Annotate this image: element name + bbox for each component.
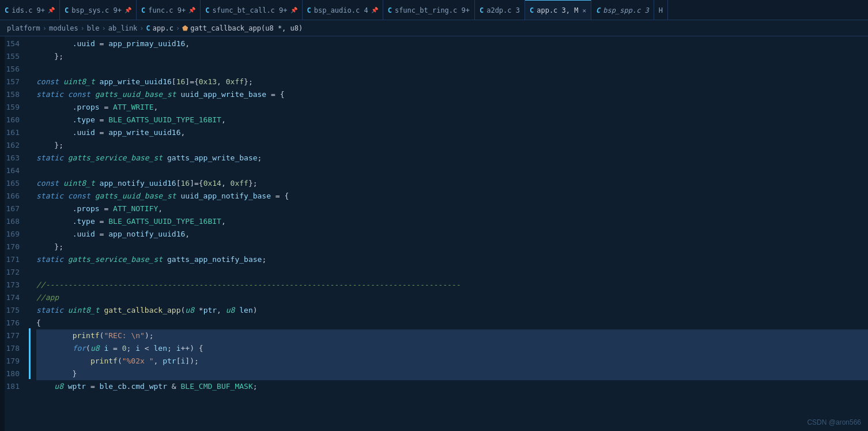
c-file-icon: C [65, 6, 69, 14]
watermark: CSDN @aron566 [807, 418, 861, 426]
line-num-172: 172 [5, 266, 24, 279]
tab-label: sfunc_bt_ring.c 9+ [395, 6, 470, 14]
code-line-178: for(u8 i = 0; i < len; i++) { [36, 342, 868, 355]
pin-icon: 📌 [371, 7, 378, 13]
code-line-177: printf("REC: \n"); [36, 329, 868, 342]
c-file-icon: C [388, 6, 392, 14]
code-line-166: static const gatts_uuid_base_st uuid_app… [36, 190, 868, 203]
line-num-156: 156 [5, 63, 24, 76]
tab-sfunc-bt-ring[interactable]: C sfunc_bt_ring.c 9+ [383, 0, 475, 20]
tab-bsp-sys[interactable]: C bsp_sys.c 9+ 📌 [60, 0, 137, 20]
c-file-icon: C [480, 6, 484, 14]
c-file-icon: C [596, 6, 600, 14]
breadcrumb-function[interactable]: gatt_callback_app(u8 *, u8) [190, 24, 303, 32]
code-line-180: } [36, 368, 868, 380]
line-num-180: 180 [5, 368, 24, 380]
code-line-156 [36, 63, 868, 76]
line-num-175: 175 [5, 304, 24, 317]
tab-label: a2dp.c 3 [486, 6, 520, 14]
code-line-159: .props = ATT_WRITE, [36, 101, 868, 114]
line-num-155: 155 [5, 50, 24, 63]
pin-icon: 📌 [188, 7, 195, 13]
code-line-165: const uint8_t app_notify_uuid16[16]={0x1… [36, 177, 868, 190]
c-file-icon: C [5, 6, 9, 14]
code-line-157: const uint8_t app_write_uuid16[16]={0x13… [36, 76, 868, 88]
line-num-171: 171 [5, 253, 24, 266]
line-num-170: 170 [5, 241, 24, 253]
pin-icon: 📌 [124, 7, 131, 13]
line-num-179: 179 [5, 355, 24, 368]
line-num-159: 159 [5, 101, 24, 114]
breadcrumb: platform › modules › ble › ab_link › C a… [0, 20, 868, 36]
breadcrumb-sep-2: › [81, 24, 85, 32]
breadcrumb-sep-3: › [102, 24, 106, 32]
code-content[interactable]: .uuid = app_primay_uuid16, }; const uint… [31, 36, 868, 431]
tab-bsp-audio[interactable]: C bsp_audio.c 4 📌 [303, 0, 383, 20]
code-line-170: }; [36, 241, 868, 253]
tab-label: bsp_spp.c 3 [603, 6, 648, 14]
code-line-181: u8 wptr = ble_cb.cmd_wptr & BLE_CMD_BUF_… [36, 380, 868, 393]
tab-bar: C ids.c 9+ 📌 C bsp_sys.c 9+ 📌 C func.c 9… [0, 0, 868, 20]
code-line-162: }; [36, 139, 868, 152]
breadcrumb-appfile[interactable]: app.c [153, 24, 173, 32]
line-num-168: 168 [5, 215, 24, 228]
breadcrumb-platform[interactable]: platform [7, 24, 40, 32]
line-num-157: 157 [5, 76, 24, 88]
tab-a2dp[interactable]: C a2dp.c 3 [475, 0, 525, 20]
code-line-174: //app [36, 291, 868, 304]
c-file-icon: C [530, 6, 534, 14]
breadcrumb-c-icon: C [146, 24, 150, 32]
line-num-167: 167 [5, 203, 24, 215]
code-line-154: .uuid = app_primay_uuid16, [36, 38, 868, 50]
line-num-178: 178 [5, 342, 24, 355]
tab-h-partial[interactable]: H [654, 0, 668, 20]
code-line-179: printf("%02x ", ptr[i]); [36, 355, 868, 368]
code-line-168: .type = BLE_GATTS_UUID_TYPE_16BIT, [36, 215, 868, 228]
tab-label: bsp_sys.c 9+ [71, 6, 122, 14]
line-num-160: 160 [5, 114, 24, 126]
code-line-175: static uint8_t gatt_callback_app(u8 *ptr… [36, 304, 868, 317]
breadcrumb-func-icon: ⬟ [182, 24, 188, 32]
tab-func[interactable]: C func.c 9+ 📌 [137, 0, 201, 20]
tab-sfunc-bt-call[interactable]: C sfunc_bt_call.c 9+ 📌 [201, 0, 302, 20]
tab-label: sfunc_bt_call.c 9+ [212, 6, 287, 14]
line-num-177: 177 [5, 329, 24, 342]
breadcrumb-ble[interactable]: ble [87, 24, 100, 32]
line-num-154: 154 [5, 38, 24, 50]
line-num-164: 164 [5, 164, 24, 177]
code-line-167: .props = ATT_NOTIFY, [36, 203, 868, 215]
code-line-158: static const gatts_uuid_base_st uuid_app… [36, 88, 868, 101]
c-file-icon: C [307, 6, 311, 14]
code-line-155: }; [36, 50, 868, 63]
breadcrumb-modules[interactable]: modules [49, 24, 78, 32]
pin-icon: 📌 [48, 7, 55, 13]
code-line-176: { [36, 317, 868, 329]
c-file-icon: C [205, 6, 209, 14]
tab-label: app.c 3, M [537, 6, 578, 14]
left-gutter [0, 36, 5, 431]
line-num-166: 166 [5, 190, 24, 203]
code-line-164 [36, 164, 868, 177]
breadcrumb-ab-link[interactable]: ab_link [108, 24, 138, 32]
tab-app[interactable]: C app.c 3, M ✕ [525, 0, 591, 20]
breadcrumb-sep-5: › [176, 24, 180, 32]
close-tab-icon[interactable]: ✕ [582, 7, 586, 14]
line-num-165: 165 [5, 177, 24, 190]
pin-icon: 📌 [290, 7, 297, 13]
code-line-161: .uuid = app_write_uuid16, [36, 126, 868, 139]
line-num-174: 174 [5, 291, 24, 304]
c-file-icon: C [141, 6, 145, 14]
line-num-163: 163 [5, 152, 24, 164]
tab-label: bsp_audio.c 4 [314, 6, 368, 14]
code-line-163: static gatts_service_base_st gatts_app_w… [36, 152, 868, 164]
line-num-158: 158 [5, 88, 24, 101]
line-num-176: 176 [5, 317, 24, 329]
tab-ids[interactable]: C ids.c 9+ 📌 [0, 0, 60, 20]
line-num-169: 169 [5, 228, 24, 241]
line-num-181: 181 [5, 380, 24, 393]
code-line-171: static gatts_service_base_st gatts_app_n… [36, 253, 868, 266]
line-num-161: 161 [5, 126, 24, 139]
code-area: 154 155 156 157 158 159 160 161 162 163 … [0, 36, 868, 431]
tab-bsp-spp[interactable]: C bsp_spp.c 3 [591, 0, 654, 20]
breadcrumb-sep-4: › [139, 24, 144, 32]
